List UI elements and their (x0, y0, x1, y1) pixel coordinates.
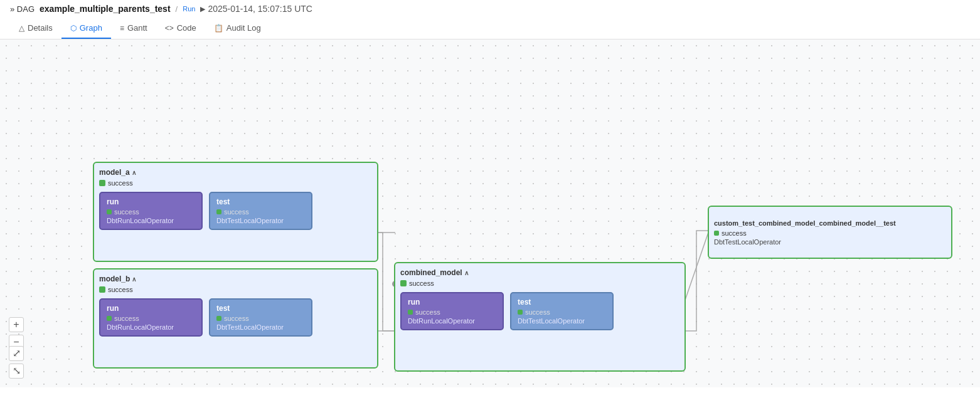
play-icon: ▶ (200, 5, 205, 13)
model-b-status-dot (99, 286, 105, 293)
zoom-in-button[interactable]: + (9, 317, 24, 332)
task-test-c-operator: DbtTestLocalOperator (518, 317, 606, 325)
separator: / (176, 4, 178, 14)
model-a-status-dot (99, 180, 105, 186)
tab-code[interactable]: <> Code (156, 18, 205, 39)
details-icon: △ (19, 24, 24, 33)
task-run-a-dot (107, 209, 112, 214)
task-run-b-status: success (107, 315, 195, 322)
task-test-a[interactable]: test success DbtTestLocalOperator (209, 192, 312, 230)
dag-prefix: DAG (17, 4, 35, 14)
task-run-a-operator: DbtRunLocalOperator (107, 217, 195, 224)
group-combined-status: success (400, 280, 679, 287)
group-combined-tasks: run success DbtRunLocalOperator test suc… (400, 292, 679, 330)
task-test-c-dot (518, 310, 523, 315)
task-run-b[interactable]: run success DbtRunLocalOperator (99, 298, 203, 337)
group-model-b-label: model_b ∧ (99, 275, 372, 283)
dag-name: example_multiple_parents_test (40, 4, 171, 14)
task-run-a-label: run (107, 197, 195, 206)
breadcrumb-arrows: » (10, 4, 14, 14)
task-test-c-status-text: success (525, 308, 550, 316)
model-a-caret[interactable]: ∧ (132, 169, 136, 176)
task-run-c-status: success (408, 308, 496, 316)
zoom-controls: + − (9, 317, 24, 350)
group-model-a: model_a ∧ success run success DbtRunLoca… (93, 162, 378, 262)
task-run-a-status: success (107, 208, 195, 216)
tab-code-label: Code (177, 23, 196, 33)
expand-button[interactable]: ⤡ (9, 364, 24, 379)
combined-status-dot (400, 280, 407, 286)
combined-name: combined_model (400, 268, 462, 277)
fit-controls: ⤢ ⤡ (9, 346, 24, 379)
tab-graph-label: Graph (80, 23, 102, 33)
task-test-c[interactable]: test success DbtTestLocalOperator (510, 292, 614, 330)
tab-graph[interactable]: ⬡ Graph (61, 18, 111, 39)
task-run-c-status-text: success (415, 308, 440, 316)
custom-test-name: custom_test_combined_model_combined_mode… (714, 219, 896, 227)
group-combined-model: combined_model ∧ success run success Dbt… (394, 262, 686, 372)
header: » DAG example_multiple_parents_test / Ru… (0, 0, 980, 39)
run-id: ▶ 2025-01-14, 15:07:15 UTC (200, 4, 312, 14)
fit-button[interactable]: ⤢ (9, 346, 24, 361)
task-test-b[interactable]: test success DbtTestLocalOperator (209, 298, 312, 337)
custom-test-operator: DbtTestLocalOperator (714, 238, 946, 246)
task-test-a-status-text: success (224, 208, 249, 216)
group-model-a-status: success (99, 179, 372, 187)
task-test-c-label: test (518, 298, 606, 306)
combined-status-text: success (409, 280, 434, 287)
task-run-c-label: run (408, 298, 496, 306)
run-prefix: Run (183, 5, 195, 13)
task-run-b-label: run (107, 304, 195, 313)
group-model-b-status: success (99, 286, 372, 293)
model-a-status-text: success (108, 179, 133, 187)
group-model-a-label: model_a ∧ (99, 168, 372, 177)
task-run-c[interactable]: run success DbtRunLocalOperator (400, 292, 504, 330)
task-test-b-status: success (216, 315, 305, 322)
custom-test-status-dot (714, 231, 719, 236)
tab-audit-log-label: Audit Log (226, 23, 261, 33)
tab-bar: △ Details ⬡ Graph ≡ Gantt <> Code 📋 Audi… (10, 18, 970, 39)
combined-caret[interactable]: ∧ (464, 270, 469, 276)
group-model-a-tasks: run success DbtRunLocalOperator test suc… (99, 192, 372, 230)
group-model-b: model_b ∧ success run success DbtRunLoca… (93, 268, 378, 369)
group-custom-test: custom_test_combined_model_combined_mode… (708, 206, 952, 259)
tab-gantt-label: Gantt (127, 23, 147, 33)
gantt-icon: ≡ (120, 24, 124, 33)
code-icon: <> (165, 24, 174, 33)
task-test-a-operator: DbtTestLocalOperator (216, 217, 305, 224)
audit-log-icon: 📋 (214, 24, 223, 33)
task-run-b-status-text: success (114, 315, 139, 322)
task-run-a[interactable]: run success DbtRunLocalOperator (99, 192, 203, 230)
task-test-b-status-text: success (224, 315, 249, 322)
run-id-text: 2025-01-14, 15:07:15 UTC (208, 4, 312, 14)
task-test-a-dot (216, 209, 221, 214)
task-run-b-operator: DbtRunLocalOperator (107, 323, 195, 331)
task-test-b-dot (216, 316, 221, 321)
graph-canvas: model_a ∧ success run success DbtRunLoca… (0, 39, 980, 387)
run-breadcrumb[interactable]: Run (183, 5, 195, 13)
task-test-a-status: success (216, 208, 305, 216)
task-run-a-status-text: success (114, 208, 139, 216)
graph-icon: ⬡ (70, 24, 77, 33)
group-combined-label: combined_model ∧ (400, 268, 679, 277)
task-test-a-label: test (216, 197, 305, 206)
tab-details-label: Details (28, 23, 53, 33)
task-run-c-dot (408, 310, 413, 315)
model-b-status-text: success (108, 286, 133, 293)
task-test-c-status: success (518, 308, 606, 316)
task-run-b-dot (107, 316, 112, 321)
task-test-b-operator: DbtTestLocalOperator (216, 323, 305, 331)
tab-audit-log[interactable]: 📋 Audit Log (205, 18, 270, 39)
group-custom-test-label: custom_test_combined_model_combined_mode… (714, 219, 946, 227)
model-b-name: model_b (99, 275, 130, 283)
task-run-c-operator: DbtRunLocalOperator (408, 317, 496, 325)
tab-details[interactable]: △ Details (10, 18, 61, 39)
model-b-caret[interactable]: ∧ (132, 276, 136, 283)
task-test-b-label: test (216, 304, 305, 313)
tab-gantt[interactable]: ≡ Gantt (111, 18, 156, 39)
custom-test-status-text: success (722, 229, 747, 237)
group-model-b-tasks: run success DbtRunLocalOperator test suc… (99, 298, 372, 337)
dag-breadcrumb[interactable]: » DAG (10, 4, 35, 14)
model-a-name: model_a (99, 168, 130, 177)
